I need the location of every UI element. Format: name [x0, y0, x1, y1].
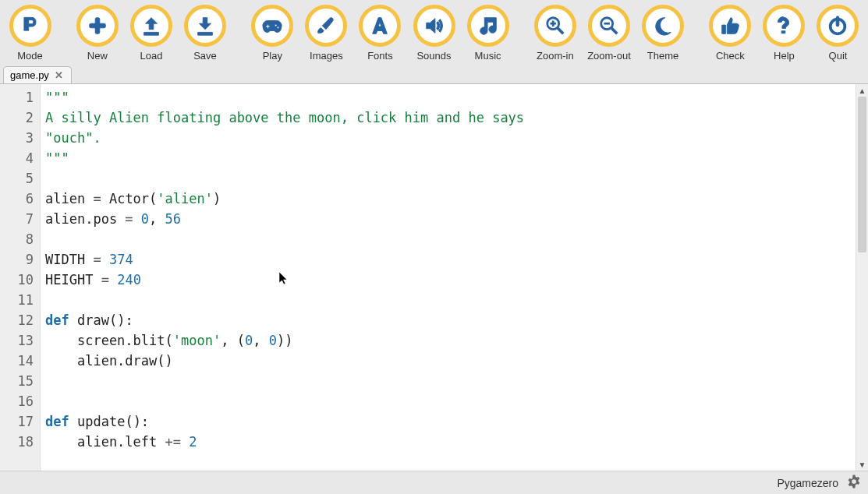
toolbar-label: Help: [774, 50, 795, 62]
theme-button[interactable]: Theme: [636, 5, 689, 62]
scroll-thumb[interactable]: [858, 97, 866, 252]
status-bar: Pygamezero: [0, 471, 868, 494]
code-line: """: [45, 87, 851, 108]
thumbsup-icon: [709, 5, 751, 47]
save-button[interactable]: Save: [178, 5, 232, 62]
code-line: [45, 229, 851, 249]
toolbar-label: Load: [140, 50, 162, 62]
toolbar-label: Theme: [647, 50, 678, 62]
toolbar-label: Save: [193, 50, 217, 62]
code-line: WIDTH = 374: [45, 249, 851, 270]
quit-button[interactable]: Quit: [811, 5, 865, 62]
line-number: 14: [3, 351, 34, 371]
zoom-out-button[interactable]: Zoom-out: [582, 5, 636, 62]
check-button[interactable]: Check: [703, 5, 757, 62]
sound-icon: [413, 5, 455, 47]
line-number: 17: [3, 411, 34, 432]
music-button[interactable]: Music: [461, 5, 515, 62]
line-gutter: 123456789101112131415161718: [0, 84, 41, 471]
toolbar-label: Sounds: [416, 50, 451, 62]
toolbar: ModeNewLoadSavePlayImagesFontsSoundsMusi…: [0, 0, 868, 63]
line-number: 5: [3, 168, 34, 189]
code-line: alien.pos = 0, 56: [45, 209, 851, 229]
line-number: 7: [3, 209, 34, 229]
line-number: 11: [3, 290, 34, 310]
line-number: 10: [3, 270, 34, 290]
plus-icon: [76, 5, 119, 47]
toolbar-label: Images: [310, 50, 343, 62]
help-button[interactable]: Help: [757, 5, 811, 62]
toolbar-label: Play: [263, 50, 282, 62]
code-line: alien.left += 2: [45, 432, 851, 452]
zoomin-icon: [534, 5, 576, 47]
code-line: HEIGHT = 240: [45, 270, 851, 290]
download-icon: [184, 5, 226, 47]
new-button[interactable]: New: [70, 5, 124, 62]
sounds-button[interactable]: Sounds: [407, 5, 461, 62]
code-line: """: [45, 148, 851, 168]
code-line: def draw():: [45, 310, 851, 330]
upload-icon: [130, 5, 172, 47]
vertical-scrollbar[interactable]: ▲ ▼: [856, 84, 868, 471]
tab-bar: game.py✕: [0, 63, 868, 83]
toolbar-label: Music: [475, 50, 501, 62]
mode-icon: [9, 5, 51, 47]
line-number: 3: [3, 128, 34, 148]
close-tab-icon[interactable]: ✕: [54, 70, 65, 81]
line-number: 13: [3, 330, 34, 351]
power-icon: [817, 5, 859, 47]
code-line: alien.draw(): [45, 351, 851, 371]
music-icon: [467, 5, 509, 47]
toolbar-label: Quit: [829, 50, 848, 62]
scroll-up-icon[interactable]: ▲: [856, 84, 868, 97]
code-line: [45, 391, 851, 411]
zoomout-icon: [588, 5, 630, 47]
code-line: screen.blit('moon', (0, 0)): [45, 330, 851, 351]
line-number: 1: [3, 87, 34, 108]
toolbar-label: New: [87, 50, 108, 62]
fonts-button[interactable]: Fonts: [353, 5, 407, 62]
file-tab[interactable]: game.py✕: [3, 66, 72, 83]
mode-button[interactable]: Mode: [3, 5, 57, 62]
question-icon: [763, 5, 805, 47]
zoom-in-button[interactable]: Zoom-in: [528, 5, 582, 62]
line-number: 2: [3, 108, 34, 128]
line-number: 4: [3, 148, 34, 168]
line-number: 8: [3, 229, 34, 249]
font-icon: [359, 5, 401, 47]
code-line: [45, 168, 851, 189]
code-line: "ouch".: [45, 128, 851, 148]
code-line: def update():: [45, 411, 851, 432]
toolbar-label: Fonts: [367, 50, 393, 62]
code-line: A silly Alien floating above the moon, c…: [45, 108, 851, 128]
tab-label: game.py: [10, 69, 49, 81]
images-button[interactable]: Images: [299, 5, 353, 62]
settings-gear-icon[interactable]: [846, 474, 862, 492]
line-number: 16: [3, 391, 34, 411]
line-number: 15: [3, 371, 34, 391]
status-mode: Pygamezero: [777, 477, 838, 489]
code-line: alien = Actor('alien'): [45, 189, 851, 209]
editor: 123456789101112131415161718 """A silly A…: [0, 83, 868, 471]
line-number: 12: [3, 310, 34, 330]
line-number: 18: [3, 432, 34, 452]
code-line: [45, 371, 851, 391]
code-area[interactable]: """A silly Alien floating above the moon…: [41, 84, 856, 471]
toolbar-label: Zoom-out: [587, 50, 631, 62]
code-line: [45, 290, 851, 310]
line-number: 6: [3, 189, 34, 209]
moon-icon: [642, 5, 684, 47]
load-button[interactable]: Load: [124, 5, 178, 62]
toolbar-label: Check: [716, 50, 745, 62]
line-number: 9: [3, 249, 34, 270]
gamepad-icon: [251, 5, 293, 47]
scroll-down-icon[interactable]: ▼: [856, 458, 868, 471]
toolbar-label: Mode: [17, 50, 43, 62]
play-button[interactable]: Play: [246, 5, 299, 62]
brush-icon: [305, 5, 347, 47]
toolbar-label: Zoom-in: [537, 50, 574, 62]
